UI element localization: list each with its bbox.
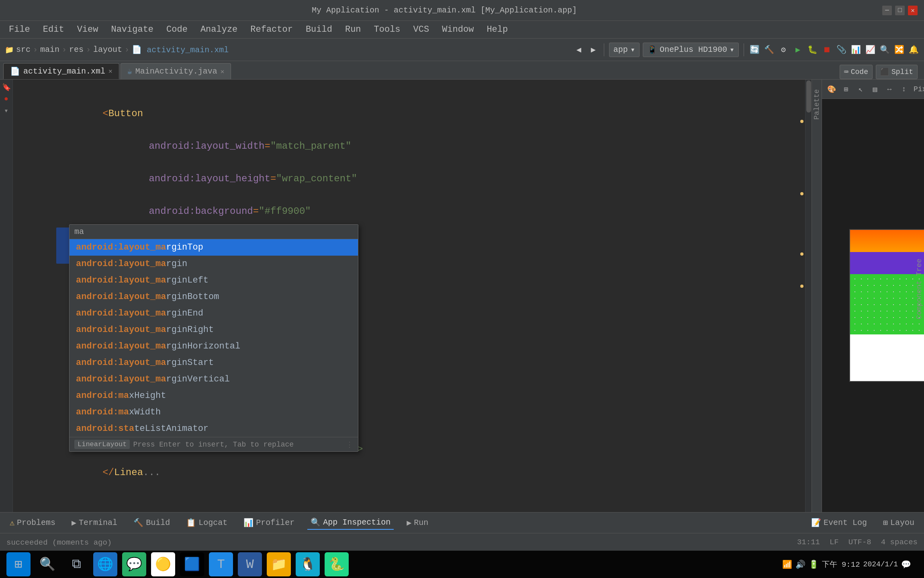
autocomplete-item-4[interactable]: android:layout_marginEnd (70, 305, 358, 322)
tab-terminal[interactable]: ▶ Terminal (68, 516, 121, 529)
autocomplete-item-2[interactable]: android:layout_marginLeft (70, 272, 358, 289)
volume-icon[interactable]: 🔊 (795, 560, 805, 570)
menu-analyze[interactable]: Analyze (195, 23, 243, 36)
tab-profiler[interactable]: 📊 Profiler (240, 516, 298, 529)
gutter-bookmark-icon[interactable]: 🔖 (2, 83, 11, 92)
navigate-back-icon[interactable]: ◀ (573, 44, 585, 55)
autocomplete-item-3[interactable]: android:layout_marginBottom (70, 289, 358, 305)
taskbar-pycharm[interactable]: 🐍 (325, 552, 349, 576)
close-button[interactable]: ✕ (908, 6, 918, 15)
taskbar-qq[interactable]: 🐧 (296, 552, 320, 576)
lint-icon[interactable]: 🔍 (879, 44, 890, 55)
taskbar-wechat[interactable]: 💬 (122, 552, 146, 576)
menu-build[interactable]: Build (300, 23, 338, 36)
autocomplete-item-0[interactable]: android:layout_marginTop (70, 239, 358, 256)
taskbar-edge[interactable]: 🌐 (93, 552, 117, 576)
scrollbar-thumb[interactable] (806, 80, 811, 113)
layout-button[interactable]: ▤ (869, 83, 881, 96)
taskbar-chrome[interactable]: 🟡 (151, 552, 175, 576)
tab-problems[interactable]: ⚠ Problems (6, 516, 59, 529)
menu-edit[interactable]: Edit (37, 23, 70, 36)
app-selector[interactable]: app ▾ (609, 43, 640, 57)
menu-refactor[interactable]: Refactor (245, 23, 298, 36)
split-view-button[interactable]: ⬛ Split (876, 65, 918, 79)
minimize-button[interactable]: ─ (882, 6, 892, 15)
tab-logcat[interactable]: 📋 Logcat (183, 516, 231, 529)
navigate-forward-icon[interactable]: ▶ (588, 44, 599, 55)
tab-event-log[interactable]: 📝 Event Log (808, 516, 870, 529)
menu-help[interactable]: Help (481, 23, 513, 36)
menu-run[interactable]: Run (339, 23, 367, 36)
breadcrumb-res[interactable]: res (69, 45, 84, 54)
resize-v-button[interactable]: ↕ (897, 83, 910, 96)
toolbar-separator-2 (744, 43, 744, 56)
menu-view[interactable]: View (72, 23, 104, 36)
breadcrumb-file[interactable]: 📄 activity_main.xml (132, 45, 229, 55)
menu-vcs[interactable]: VCS (408, 23, 435, 36)
code-line-linear: </Linea... (13, 456, 812, 489)
taskbar-typora[interactable]: T (209, 552, 233, 576)
menu-window[interactable]: Window (436, 23, 479, 36)
notification-center-icon[interactable]: 💬 (901, 560, 911, 570)
start-button[interactable]: ⊞ (6, 552, 31, 576)
autocomplete-item-8[interactable]: android:layout_marginVertical (70, 371, 358, 387)
cursor-button[interactable]: ↖ (854, 83, 867, 96)
autocomplete-item-5[interactable]: android:layout_marginRight (70, 322, 358, 338)
tab-main-activity-java[interactable]: ☕ MainActivity.java ✕ (121, 63, 231, 79)
autocomplete-dropdown[interactable]: ma android:layout_marginTop android:layo… (69, 224, 358, 452)
code-view-button[interactable]: ⌨ Code (840, 65, 873, 79)
taskbar-file-explorer[interactable]: 📁 (267, 552, 291, 576)
menu-tools[interactable]: Tools (368, 23, 406, 36)
debug-icon[interactable]: 🐛 (807, 44, 818, 55)
taskbar-word[interactable]: W (238, 552, 262, 576)
component-tree-label[interactable]: Component Tree (914, 255, 924, 322)
autocomplete-item-11[interactable]: android:stateListAnimator (70, 420, 358, 437)
autocomplete-item-7[interactable]: android:layout_marginStart (70, 355, 358, 371)
preview-grid (852, 276, 924, 333)
task-view-button[interactable]: ⧉ (64, 552, 88, 576)
autocomplete-item-6[interactable]: android:layout_marginHorizontal (70, 338, 358, 355)
tab-activity-main-xml[interactable]: 📄 activity_main.xml ✕ (3, 63, 119, 79)
sync-icon[interactable]: 🔄 (749, 44, 760, 55)
tab-app-inspection[interactable]: 🔍 App Inspection (307, 516, 394, 530)
stop-icon[interactable]: ⏹ (821, 44, 832, 55)
attach-icon[interactable]: 📎 (836, 44, 847, 55)
coverage-icon[interactable]: 📊 (850, 44, 861, 55)
tab-close-java[interactable]: ✕ (221, 68, 225, 76)
build-icon[interactable]: 🔨 (763, 44, 775, 55)
vcs-icon[interactable]: 🔀 (893, 44, 905, 55)
device-selector[interactable]: 📱 OnePlus HD1900 ▾ (643, 43, 739, 57)
run-icon[interactable]: ▶ (792, 44, 803, 55)
breadcrumb-main[interactable]: main (40, 45, 59, 54)
menu-navigate[interactable]: Navigate (105, 23, 159, 36)
menu-file[interactable]: File (3, 23, 36, 36)
gutter-breakpoint-icon[interactable]: ● (4, 95, 8, 103)
resize-h-button[interactable]: ↔ (883, 83, 896, 96)
status-left: succeeded (moments ago) (6, 537, 787, 547)
tab-run[interactable]: ▶ Run (403, 516, 431, 529)
autocomplete-item-9[interactable]: android:maxHeight (70, 387, 358, 404)
gutter-fold-icon[interactable]: ▾ (4, 106, 8, 115)
menu-code[interactable]: Code (161, 23, 193, 36)
preview-white-area (850, 334, 924, 381)
maximize-button[interactable]: □ (895, 6, 905, 15)
palette-label[interactable]: Palette (812, 86, 822, 123)
profile-icon[interactable]: 📈 (865, 44, 876, 55)
breadcrumb-src[interactable]: src (16, 45, 31, 54)
battery-icon[interactable]: 🔋 (809, 560, 819, 570)
search-button[interactable]: 🔍 (35, 552, 59, 576)
scrollbar-vertical[interactable] (805, 80, 812, 512)
autocomplete-item-1[interactable]: android:layout_margin (70, 256, 358, 272)
tab-build[interactable]: 🔨 Build (130, 516, 173, 529)
grid-toggle-button[interactable]: ⊞ (840, 83, 852, 96)
code-editor[interactable]: <Button android:layout_width="match_pare… (13, 80, 812, 512)
autocomplete-item-10[interactable]: android:maxWidth (70, 404, 358, 420)
breadcrumb-layout[interactable]: layout (93, 45, 122, 54)
taskbar-intellij[interactable]: 🟦 (180, 552, 204, 576)
tab-layout[interactable]: ⊞ Layou (880, 516, 918, 529)
design-view-button[interactable]: 🎨 (825, 83, 838, 96)
settings-icon[interactable]: ⚙ (778, 44, 789, 55)
network-icon[interactable]: 📶 (782, 560, 792, 570)
notification-icon[interactable]: 🔔 (908, 44, 919, 55)
tab-close-xml[interactable]: ✕ (108, 67, 112, 75)
